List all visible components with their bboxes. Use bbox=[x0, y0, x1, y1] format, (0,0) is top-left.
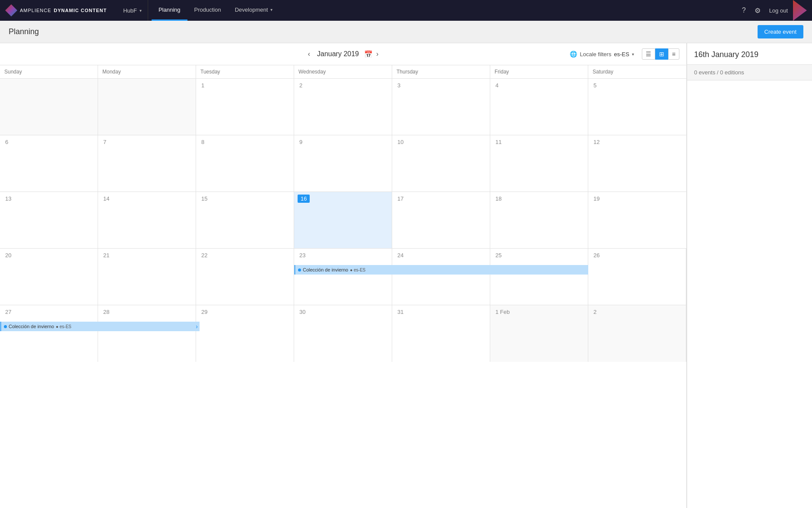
day-header-friday: Friday bbox=[490, 65, 588, 78]
cal-day-today[interactable]: 16 bbox=[294, 192, 392, 248]
nav-arrow-icon bbox=[793, 0, 807, 21]
calendar-week-5: 27 28 29 30 31 1 Feb 2 Colección de invi… bbox=[0, 305, 686, 362]
day-header-thursday: Thursday bbox=[392, 65, 490, 78]
nav-planning[interactable]: Planning bbox=[152, 0, 187, 21]
cal-day[interactable]: 6 bbox=[0, 135, 98, 192]
view-grid-button[interactable]: ⊞ bbox=[655, 48, 668, 60]
view-toggle: ☰ ⊞ ≡ bbox=[642, 48, 679, 60]
side-date-title: 16th January 2019 bbox=[694, 50, 805, 59]
locale-filter-value: es-ES bbox=[614, 51, 629, 58]
page-title: Planning bbox=[9, 27, 758, 36]
cal-day[interactable]: 1 bbox=[196, 79, 294, 135]
cal-day-24[interactable]: 24 bbox=[392, 249, 490, 305]
brand-dc-text: DYNAMIC CONTENT bbox=[54, 8, 107, 13]
top-nav: AMPLIENCE DYNAMIC CONTENT HubF ▾ Plannin… bbox=[0, 0, 812, 21]
create-event-button[interactable]: Create event bbox=[758, 25, 803, 38]
side-panel-header: 16th January 2019 bbox=[687, 43, 812, 65]
hub-name: HubF bbox=[123, 7, 137, 14]
sub-header: Planning Create event bbox=[0, 21, 812, 43]
cal-day-29[interactable]: 29 bbox=[196, 305, 294, 362]
month-title: January 2019 bbox=[317, 50, 359, 58]
nav-development-chevron-icon: ▾ bbox=[270, 7, 273, 12]
cal-day-31[interactable]: 31 bbox=[392, 305, 490, 362]
locale-globe-icon: 🌐 bbox=[570, 51, 577, 58]
day-header-saturday: Saturday bbox=[588, 65, 686, 78]
cal-day[interactable]: 14 bbox=[98, 192, 196, 248]
cal-day-30[interactable]: 30 bbox=[294, 305, 392, 362]
cal-day[interactable]: 10 bbox=[392, 135, 490, 192]
help-icon[interactable]: ? bbox=[742, 6, 746, 14]
calendar-area: ‹ January 2019 📅 › 🌐 Locale filters es-E… bbox=[0, 43, 687, 508]
next-month-button[interactable]: › bbox=[373, 48, 382, 60]
cal-day[interactable]: 20 bbox=[0, 249, 98, 305]
nav-production[interactable]: Production bbox=[187, 0, 228, 21]
day-headers: Sunday Monday Tuesday Wednesday Thursday… bbox=[0, 65, 686, 79]
cal-day[interactable]: 23 bbox=[294, 249, 392, 305]
hub-chevron-icon: ▾ bbox=[140, 8, 142, 13]
cal-day[interactable]: 1 Feb bbox=[490, 305, 588, 362]
locale-filter: 🌐 Locale filters es-ES ▾ ☰ ⊞ ≡ bbox=[570, 48, 679, 60]
cal-day[interactable]: 15 bbox=[196, 192, 294, 248]
settings-icon[interactable]: ⚙ bbox=[755, 6, 761, 15]
nav-development[interactable]: Development ▾ bbox=[228, 0, 280, 21]
cal-day[interactable]: 22 bbox=[196, 249, 294, 305]
cal-day[interactable]: 17 bbox=[392, 192, 490, 248]
cal-day-27[interactable]: 27 bbox=[0, 305, 98, 362]
cal-day[interactable]: 2 bbox=[294, 79, 392, 135]
cal-day[interactable]: 19 bbox=[588, 192, 686, 248]
cal-day[interactable]: 4 bbox=[490, 79, 588, 135]
calendar-week-4: 20 21 22 23 24 25 26 Colección de invier… bbox=[0, 249, 686, 305]
day-header-sunday: Sunday bbox=[0, 65, 98, 78]
cal-day[interactable]: 13 bbox=[0, 192, 98, 248]
calendar-grid: 1 2 3 4 5 6 7 8 9 10 11 12 13 14 15 bbox=[0, 79, 686, 362]
brand-logo-area: AMPLIENCE DYNAMIC CONTENT bbox=[5, 4, 107, 16]
cal-day[interactable]: 7 bbox=[98, 135, 196, 192]
hub-selector[interactable]: HubF ▾ bbox=[117, 0, 148, 21]
nav-development-label: Development bbox=[235, 6, 268, 13]
calendar-week-2: 6 7 8 9 10 11 12 bbox=[0, 135, 686, 192]
cal-day[interactable]: 12 bbox=[588, 135, 686, 192]
cal-day[interactable] bbox=[0, 79, 98, 135]
cal-day[interactable]: 5 bbox=[588, 79, 686, 135]
nav-links: Planning Production Development ▾ bbox=[152, 0, 742, 21]
day-header-wednesday: Wednesday bbox=[294, 65, 392, 78]
cal-day[interactable]: 11 bbox=[490, 135, 588, 192]
day-header-tuesday: Tuesday bbox=[196, 65, 294, 78]
cal-day-28[interactable]: 28 bbox=[98, 305, 196, 362]
brand-logo-icon bbox=[5, 4, 17, 16]
calendar-header: ‹ January 2019 📅 › 🌐 Locale filters es-E… bbox=[0, 43, 686, 65]
locale-chevron-icon[interactable]: ▾ bbox=[632, 52, 634, 57]
view-table-button[interactable]: ≡ bbox=[668, 48, 679, 60]
side-panel-summary: 0 events / 0 editions bbox=[687, 65, 812, 80]
prev-month-button[interactable]: ‹ bbox=[304, 48, 314, 60]
day-header-monday: Monday bbox=[98, 65, 196, 78]
cal-day[interactable]: 8 bbox=[196, 135, 294, 192]
cal-day[interactable]: 9 bbox=[294, 135, 392, 192]
cal-day[interactable]: 3 bbox=[392, 79, 490, 135]
view-list-button[interactable]: ☰ bbox=[642, 48, 655, 60]
side-panel: 16th January 2019 0 events / 0 editions bbox=[687, 43, 812, 508]
cal-day[interactable]: 2 bbox=[588, 305, 686, 362]
today-button[interactable]: 📅 bbox=[364, 50, 373, 58]
calendar-week-3: 13 14 15 16 17 18 19 bbox=[0, 192, 686, 249]
nav-right: ? ⚙ Log out bbox=[742, 6, 788, 15]
cal-day-25[interactable]: 25 bbox=[490, 249, 588, 305]
calendar-week-1: 1 2 3 4 5 bbox=[0, 79, 686, 135]
brand-amplience-text: AMPLIENCE bbox=[20, 8, 51, 13]
cal-day[interactable] bbox=[98, 79, 196, 135]
cal-day[interactable]: 21 bbox=[98, 249, 196, 305]
locale-filter-label: Locale filters bbox=[580, 51, 611, 58]
main-content: ‹ January 2019 📅 › 🌐 Locale filters es-E… bbox=[0, 43, 812, 508]
cal-day[interactable]: 18 bbox=[490, 192, 588, 248]
cal-day-26[interactable]: 26 bbox=[588, 249, 686, 305]
logout-button[interactable]: Log out bbox=[769, 7, 788, 14]
